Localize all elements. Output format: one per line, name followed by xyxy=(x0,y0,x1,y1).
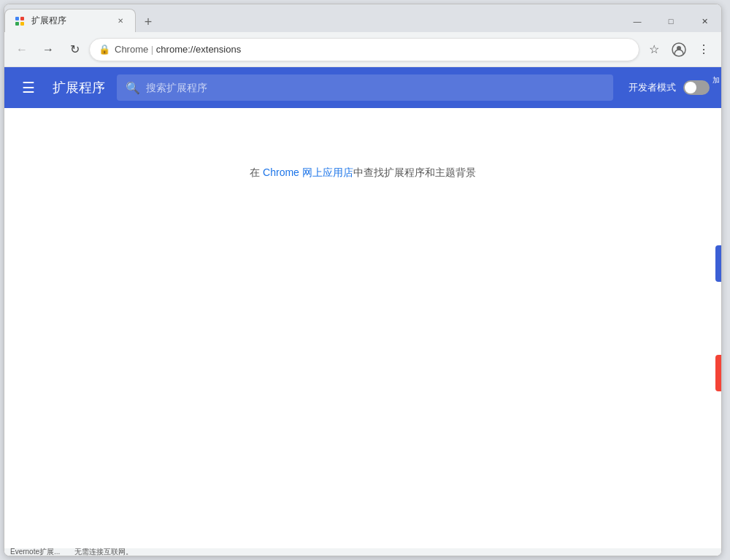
page-content: ☰ 扩展程序 🔍 开发者模式 在 Chrome 网上应用店中查找扩展程序和主题背… xyxy=(4,67,721,556)
reload-button[interactable]: ↻ xyxy=(63,38,86,61)
empty-state-text: 在 Chrome 网上应用店中查找扩展程序和主题背景 xyxy=(250,166,476,180)
dev-mode-toggle[interactable] xyxy=(683,80,710,95)
url-display: Chrome | chrome://extensions xyxy=(115,44,630,55)
browser-tab[interactable]: 扩展程序 ✕ xyxy=(4,9,136,32)
side-strip-red xyxy=(715,355,721,391)
menu-icon[interactable]: ☰ xyxy=(16,73,41,102)
svg-rect-3 xyxy=(20,22,24,26)
address-bar: ← → ↻ 🔒 Chrome | chrome://extensions ☆ ⋮ xyxy=(4,32,721,67)
status-item-2: 无需连接互联网。 xyxy=(74,547,133,556)
dev-mode-section: 开发者模式 xyxy=(629,80,710,95)
close-button[interactable]: ✕ xyxy=(688,10,721,32)
main-area: 在 Chrome 网上应用店中查找扩展程序和主题背景 xyxy=(4,108,721,556)
svg-rect-0 xyxy=(15,17,19,20)
dev-mode-label: 开发者模式 xyxy=(629,81,676,94)
status-item-1: Evernote扩展... xyxy=(10,547,60,556)
svg-rect-2 xyxy=(15,22,19,26)
search-box[interactable]: 🔍 xyxy=(117,74,613,101)
tab-close-button[interactable]: ✕ xyxy=(115,15,126,27)
search-icon: 🔍 xyxy=(126,81,140,95)
new-tab-button[interactable]: + xyxy=(138,12,158,32)
tab-title: 扩展程序 xyxy=(31,15,109,27)
add-extension-side-button[interactable]: 加 xyxy=(711,67,721,73)
chrome-store-link[interactable]: Chrome 网上应用店 xyxy=(263,166,353,178)
status-bar: Evernote扩展... 无需连接互联网。 xyxy=(4,548,721,556)
omnibox[interactable]: 🔒 Chrome | chrome://extensions xyxy=(89,38,639,61)
bookmark-button[interactable]: ☆ xyxy=(642,38,666,61)
back-button[interactable]: ← xyxy=(10,38,34,61)
forward-button[interactable]: → xyxy=(36,38,60,61)
maximize-button[interactable]: □ xyxy=(654,10,688,32)
svg-rect-1 xyxy=(20,17,24,20)
account-button[interactable] xyxy=(667,38,691,61)
extensions-title: 扩展程序 xyxy=(53,79,105,96)
empty-state: 在 Chrome 网上应用店中查找扩展程序和主题背景 xyxy=(250,166,476,180)
extensions-header: ☰ 扩展程序 🔍 开发者模式 xyxy=(4,67,721,108)
minimize-button[interactable]: — xyxy=(620,10,654,32)
more-button[interactable]: ⋮ xyxy=(692,38,715,61)
tab-favicon xyxy=(14,15,26,27)
search-input[interactable] xyxy=(146,82,604,93)
side-strip-blue xyxy=(715,245,721,282)
lock-icon: 🔒 xyxy=(99,44,110,55)
